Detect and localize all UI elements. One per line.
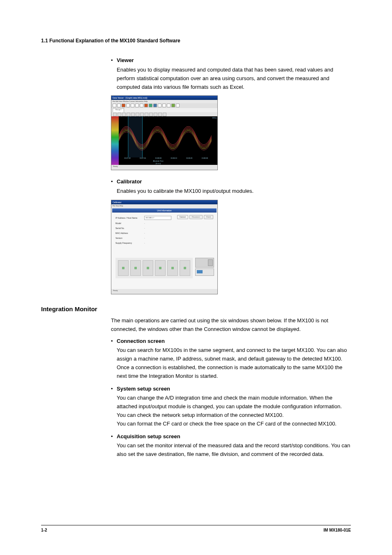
module-slot	[180, 260, 190, 276]
module-slot	[118, 260, 129, 276]
page-header: 1.1 Functional Explanation of the MX100 …	[41, 37, 351, 45]
bullet-dot-icon: •	[111, 337, 117, 346]
mac-value: -	[144, 231, 145, 235]
calib-fig-menubar: File View Help	[111, 204, 217, 208]
svg-rect-2	[128, 116, 143, 157]
system-bullet: • System setup screen	[111, 385, 351, 393]
xtick: 19:07:55	[135, 157, 151, 160]
module-slot	[167, 260, 178, 276]
page-number: 1-2	[41, 527, 47, 534]
acquisition-desc: You can set the monitor interval of the …	[117, 442, 351, 459]
model-value: -	[144, 222, 145, 225]
viewer-fig-toolbar	[111, 103, 217, 108]
xtick: 19:08:00 Absolute Time [h:m:s]	[150, 157, 166, 165]
page: 1.1 Functional Explanation of the MX100 …	[0, 0, 392, 555]
calib-fig-section: Unit Information	[112, 208, 217, 213]
model-label: Model	[115, 222, 144, 225]
calib-fig-form: IP Address / Host Name192.168.1.7 Model-…	[115, 214, 213, 246]
supply-value: -	[144, 241, 145, 245]
integration-heading: Integration Monitor	[41, 304, 351, 314]
connection-desc: You can search for MX100s in the same se…	[117, 346, 351, 380]
acquisition-bullet: • Acquisition setup screen	[111, 432, 351, 441]
viewer-screenshot: Data Viewer - [Graph] data.M01(.mxi)] Fi…	[111, 95, 218, 170]
xtick: 19:08:30	[197, 157, 212, 160]
viewer-fig-titlebar: Data Viewer - [Graph] data.M01(.mxi)]	[111, 96, 217, 100]
viewer-fig-canvas: 100ms 19:07:40 19:07:55 19:08:00	[111, 116, 217, 165]
ip-input[interactable]: 192.168.1.7	[144, 216, 171, 220]
connection-label: Connection screen	[117, 337, 165, 346]
version-value: -	[144, 236, 145, 240]
bullet-dot-icon: •	[111, 432, 117, 441]
module-slot	[130, 260, 141, 276]
system-desc-2: You can check the network setup informat…	[117, 411, 351, 420]
viewer-fig-status: Ready	[111, 165, 217, 170]
calib-fig-status: Ready	[111, 289, 217, 294]
viewer-desc: Enables you to display measured and comp…	[117, 66, 351, 91]
calibrator-bullet: • Calibrator	[111, 178, 351, 186]
system-desc-3: You can format the CF card or check the …	[117, 420, 351, 428]
viewer-fig-xaxis: 19:07:40 19:07:55 19:08:00 Absolute Time…	[119, 157, 213, 165]
calibrator-desc: Enables you to calibrate the MX100 input…	[117, 187, 351, 196]
viewer-fig-yscale	[111, 116, 119, 165]
viewer-label: Viewer	[117, 56, 134, 65]
page-footer: 1-2 IM MX180-01E	[41, 525, 351, 534]
bullet-dot-icon: •	[111, 385, 117, 393]
system-desc-1: You can change the A/D integration time …	[117, 394, 351, 411]
xtick: 19:07:40	[120, 157, 135, 160]
acquisition-label: Acquisition setup screen	[117, 432, 180, 441]
calibrator-screenshot: Calibrator File View Help Unit Informati…	[111, 200, 218, 294]
bullet-dot-icon: •	[111, 56, 117, 65]
serial-value: -	[144, 227, 145, 230]
viewer-fig-waves	[119, 116, 213, 157]
integration-body: The main operations are carried out usin…	[111, 317, 351, 459]
xtick: 19:08:10	[166, 157, 182, 160]
calib-fig-modules	[115, 258, 193, 278]
module-slot	[143, 260, 153, 276]
xtick: 19:08:20	[182, 157, 197, 160]
supply-label: Supply Frequency	[115, 241, 144, 245]
bullet-dot-icon: •	[111, 178, 117, 186]
ip-label: IP Address / Host Name	[115, 216, 144, 220]
calibrator-label: Calibrator	[117, 178, 142, 186]
calib-fig-titlebar: Calibrator	[111, 200, 217, 204]
module-slot	[155, 260, 166, 276]
system-label: System setup screen	[117, 385, 170, 393]
body-column: • Viewer Enables you to display measured…	[111, 56, 351, 294]
connection-bullet: • Connection screen	[111, 337, 351, 346]
serial-label: Serial No.	[115, 227, 144, 230]
calib-fig-unit	[195, 258, 213, 282]
doc-id: IM MX180-01E	[323, 527, 351, 534]
integration-intro: The main operations are carried out usin…	[111, 317, 351, 334]
viewer-bullet: • Viewer	[111, 56, 351, 65]
version-label: Version	[115, 236, 144, 240]
mac-label: MAC Address	[115, 231, 144, 235]
